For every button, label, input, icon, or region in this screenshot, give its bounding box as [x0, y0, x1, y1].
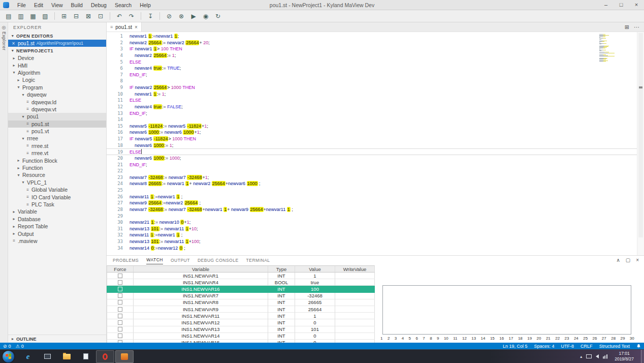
line-number[interactable]: 6 — [107, 65, 130, 72]
force-checkbox[interactable] — [118, 314, 122, 318]
line-number[interactable]: 10 — [107, 91, 130, 98]
force-checkbox[interactable] — [118, 300, 122, 305]
line-number[interactable]: 22 — [107, 168, 130, 174]
line-number[interactable]: 15 — [107, 123, 130, 130]
minimap[interactable] — [599, 34, 616, 62]
tree-item-maview[interactable]: ≡.maview — [8, 237, 106, 245]
tree-item-rrree[interactable]: ▾rrree — [8, 135, 106, 142]
scrollbar-thumb[interactable] — [638, 33, 643, 237]
reset-button[interactable]: ↻ — [212, 11, 223, 21]
code-line[interactable]: 34newvar14 0:=newvar12 0 ; — [107, 245, 637, 252]
panel-tab-debug-console[interactable]: DEBUG CONSOLE — [198, 256, 239, 264]
show-desktop-button[interactable] — [641, 350, 644, 363]
code-line[interactable]: 11ELSE — [107, 97, 637, 104]
indentation[interactable]: Spaces: 4 — [534, 344, 555, 349]
tree-item-rrree-vt[interactable]: ≡rrree.vt — [8, 149, 106, 157]
cursor-position[interactable]: Ln 19, Col 5 — [503, 344, 528, 349]
code-line[interactable]: 29 — [107, 213, 637, 220]
watch-row[interactable]: INS1.NEWVAR14INT0 — [107, 333, 375, 340]
code-line[interactable]: 32newvar11 1:=newvar1 1 ; — [107, 232, 637, 238]
tree-item-dqweqw-vt[interactable]: ≡dqweqw.vt — [8, 106, 106, 113]
code-line[interactable]: 19ELSE — [107, 148, 637, 155]
force-checkbox[interactable] — [118, 287, 122, 291]
line-number[interactable]: 3 — [107, 46, 130, 52]
tree-item-logic[interactable]: ▸Logic — [8, 76, 106, 83]
tree-item-resource[interactable]: ▾Resource — [8, 171, 106, 178]
code-line[interactable]: 25 — [107, 187, 637, 194]
code-line[interactable]: 18 newvar6 1000:= 1; — [107, 142, 637, 149]
line-number[interactable]: 29 — [107, 213, 130, 220]
watch-row[interactable]: INS1.NEWVAR8INT26665 — [107, 299, 375, 306]
taskbar-maview-button[interactable] — [115, 350, 134, 363]
force-checkbox[interactable] — [118, 274, 122, 278]
menu-search[interactable]: Search — [111, 0, 136, 10]
line-number[interactable]: 4 — [107, 52, 130, 59]
code-line[interactable]: 12 newvar4 true:= FALSE; — [107, 104, 637, 110]
code-line[interactable]: 7END_IF; — [107, 72, 637, 78]
close-button[interactable]: × — [629, 0, 644, 10]
menu-edit[interactable]: Edit — [30, 0, 47, 10]
line-number[interactable]: 12 — [107, 104, 130, 110]
more-actions-icon[interactable]: ⋯ — [634, 24, 639, 31]
panel-layout-icon[interactable]: ▢ — [626, 257, 630, 263]
maximize-panel-icon[interactable]: ∧ — [616, 257, 620, 263]
line-number[interactable]: 19 — [107, 149, 130, 155]
code-editor[interactable]: 1newvar1 1:=newvar1 1;2newvar2 25664:= n… — [107, 32, 644, 255]
explorer-panel-icon[interactable]: ◎ — [1, 25, 7, 30]
warning-count[interactable]: ⚠ 0 — [16, 344, 24, 349]
close-icon[interactable]: × — [11, 41, 16, 46]
code-line[interactable]: 23newvar7 -32468:= newvar7 -32468+1; — [107, 174, 637, 181]
menu-view[interactable]: View — [47, 0, 67, 10]
code-line[interactable]: 17IF newvar5 -11824> 1000 THEN — [107, 136, 637, 142]
display-icon[interactable] — [586, 354, 592, 358]
line-number[interactable]: 5 — [107, 59, 130, 66]
tree-item-device[interactable]: ▸Device — [8, 54, 106, 62]
menu-debug[interactable]: Debug — [87, 0, 111, 10]
run-button[interactable]: ▶ — [188, 11, 199, 21]
notifications-bell-icon[interactable] — [636, 344, 641, 349]
network-icon[interactable] — [603, 354, 607, 359]
tree-item-algorithm[interactable]: ▾Algorithm — [8, 69, 106, 76]
open-editor-item[interactable]: × pou1.st Algorithm\Program\pou1 — [8, 40, 106, 47]
line-number[interactable]: 32 — [107, 232, 130, 238]
tree-item-pou1[interactable]: ▾pou1 — [8, 113, 106, 120]
encoding[interactable]: UTF-8 — [561, 344, 574, 349]
close-icon[interactable]: × — [135, 24, 138, 30]
line-number[interactable]: 27 — [107, 200, 130, 206]
code-line[interactable]: 3IF newvar1 1> 100 THEN — [107, 46, 637, 52]
code-line[interactable]: 20 newvar6 1000:= 1000; — [107, 155, 637, 162]
line-number[interactable]: 18 — [107, 142, 130, 149]
line-number[interactable]: 21 — [107, 162, 130, 168]
activity-explorer-label[interactable]: Explorer — [2, 32, 7, 51]
watch-row[interactable]: INS1.NEWVAR16INT100 — [107, 286, 375, 292]
line-number[interactable]: 14 — [107, 116, 130, 123]
menu-file[interactable]: File — [13, 0, 30, 10]
redo-button[interactable]: ↷ — [126, 11, 137, 21]
watch-row[interactable]: INS1.NEWVAR9INT25664 — [107, 306, 375, 313]
open-editors-header[interactable]: ▾ OPEN EDITORS — [8, 32, 106, 40]
watch-row[interactable]: INS1.NEWVAR13INT101 — [107, 326, 375, 333]
panel-tab-watch[interactable]: WATCH — [146, 256, 163, 264]
clean-button[interactable]: ⊡ — [95, 11, 106, 21]
tree-item-plc-task[interactable]: ≡PLC Task — [8, 201, 106, 208]
menu-build[interactable]: Build — [67, 0, 87, 10]
panel-tab-problems[interactable]: PROBLEMS — [113, 256, 139, 264]
line-number[interactable]: 7 — [107, 72, 130, 78]
code-line[interactable]: 21END_IF; — [107, 162, 637, 168]
code-line[interactable]: 15newvar5 -11824:= newvar5 -11824+1; — [107, 123, 637, 130]
tree-item-io-card-variable[interactable]: ≡IO Card Variable — [8, 193, 106, 200]
code-line[interactable]: 5ELSE — [107, 59, 637, 66]
line-number[interactable]: 25 — [107, 187, 130, 194]
tree-item-vplc-1[interactable]: ▾VPLC_1 — [8, 179, 106, 186]
force-checkbox[interactable] — [118, 334, 122, 338]
force-checkbox[interactable] — [118, 280, 122, 285]
line-number[interactable]: 16 — [107, 129, 130, 136]
tree-item-function-block[interactable]: ▸Function Block — [8, 157, 106, 164]
force-checkbox[interactable] — [118, 327, 122, 331]
line-number[interactable]: 20 — [107, 155, 130, 162]
watch-row[interactable]: INS1.NEWVAR11INT1 — [107, 313, 375, 319]
minimize-button[interactable]: – — [598, 0, 614, 10]
line-number[interactable]: 23 — [107, 174, 130, 181]
code-line[interactable]: 30newvar21 1:= newvar10 0+1; — [107, 219, 637, 226]
force-checkbox[interactable] — [118, 293, 122, 298]
